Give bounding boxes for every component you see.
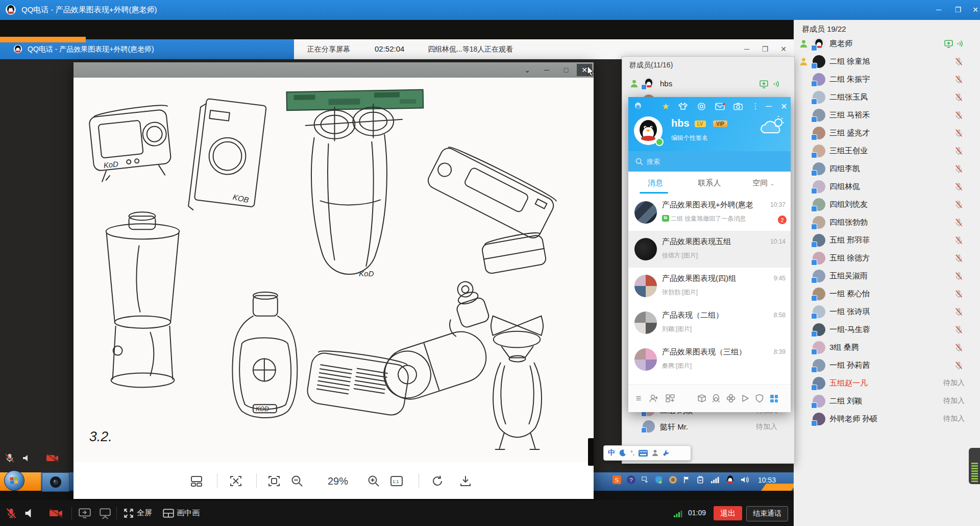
lv-badge[interactable]: LV (695, 121, 706, 127)
member-row[interactable]: 四组刘统友 (794, 196, 980, 213)
member-row[interactable]: 二组张玉凤 (794, 88, 980, 106)
avatar[interactable] (813, 37, 825, 50)
member-row[interactable]: 一组 孙莉茜 (794, 356, 980, 374)
camera-off-icon[interactable] (46, 453, 59, 465)
mail-icon[interactable] (714, 101, 725, 111)
avatar[interactable] (813, 234, 825, 247)
chat-member-row[interactable]: hbs (622, 75, 794, 92)
screen-share-icon[interactable] (78, 506, 92, 520)
mic-muted-icon[interactable] (954, 343, 964, 354)
tab-qzone[interactable]: 空间 ⌄ (737, 178, 791, 188)
mic-muted-icon[interactable] (954, 128, 964, 139)
viewer-collapse-button[interactable]: ⌄ (520, 64, 535, 76)
inner-close-button[interactable]: ✕ (776, 43, 791, 55)
taskbar-app-button[interactable] (42, 472, 69, 492)
medal-icon[interactable] (696, 101, 707, 111)
mic-muted-icon[interactable] (954, 182, 964, 193)
zoom-out-icon[interactable] (289, 473, 305, 489)
clothes-icon[interactable] (677, 101, 689, 111)
ime-keyboard-icon[interactable] (639, 450, 648, 457)
member-row[interactable]: 一组 张诗琪 (794, 303, 980, 321)
avatar[interactable] (813, 288, 825, 300)
folders-icon[interactable] (664, 393, 676, 404)
avatar[interactable] (813, 127, 825, 139)
member-row[interactable]: 3组 桑腾 (794, 339, 980, 356)
download-icon[interactable] (458, 473, 473, 489)
add-friend-icon[interactable] (648, 393, 660, 404)
mic-muted-icon[interactable] (954, 271, 964, 282)
qq-penguin-tray-icon[interactable] (726, 475, 734, 485)
avatar[interactable] (813, 73, 825, 86)
avatar[interactable] (643, 77, 655, 89)
mic-muted-icon[interactable] (954, 146, 964, 157)
qq-search-bar[interactable]: 搜索 (628, 151, 791, 172)
mic-muted-icon[interactable] (954, 110, 964, 122)
chat-member-row[interactable]: 懿轩 Mr.待加入 (622, 418, 794, 436)
mic-muted-icon[interactable] (954, 57, 964, 68)
message-list-item[interactable]: 产品效果图表现+外聘(扈老10:37二组 徐童旭撤回了一条消息2 (628, 194, 791, 231)
mic-muted-icon[interactable] (954, 218, 964, 229)
signature-edit[interactable]: 编辑个性签名 (671, 134, 708, 142)
member-row[interactable]: 一组 蔡心怡 (794, 285, 980, 303)
qq-username[interactable]: hbs (671, 117, 690, 129)
member-row[interactable]: 三组 马裕禾 (794, 106, 980, 124)
tab-contacts[interactable]: 联系人 (682, 178, 737, 188)
tab-messages[interactable]: 消息 (628, 178, 682, 188)
member-row[interactable]: 五组 邢羽菲 (794, 231, 980, 249)
avatar[interactable] (813, 305, 825, 318)
member-row[interactable]: 二组 徐童旭 (794, 53, 980, 70)
orange-sidebar-tab[interactable] (0, 37, 86, 42)
plug-tray-icon[interactable] (696, 475, 705, 484)
speaker-icon[interactable] (21, 453, 32, 465)
mic-muted-icon[interactable] (954, 92, 964, 104)
mic-icon[interactable] (4, 452, 15, 466)
member-row[interactable]: 四组李凯 (794, 160, 980, 178)
avatar[interactable] (813, 109, 825, 122)
rotate-icon[interactable] (430, 473, 445, 489)
pip-label[interactable]: 画中画 (177, 508, 200, 518)
message-list-item[interactable]: 产品效果图表现（三组）8:39桑腾:[图片] (628, 341, 791, 378)
exit-button[interactable]: 退出 (714, 506, 742, 520)
member-row[interactable]: 五组吴淑雨 (794, 267, 980, 285)
volume-tray-icon[interactable] (740, 475, 749, 484)
avatar[interactable] (813, 395, 825, 408)
message-list-item[interactable]: 产品表现（二组）8:58刘颖:[图片] (628, 304, 791, 341)
extract-text-icon[interactable] (228, 473, 243, 489)
zoom-in-icon[interactable] (366, 473, 381, 489)
mic-muted-icon[interactable] (954, 307, 964, 318)
avatar[interactable] (813, 55, 825, 68)
member-row[interactable]: 五组赵一凡待加入 (794, 374, 980, 392)
message-list-item[interactable]: 产品效果图表现五组10:14徐德方:[图片] (628, 231, 791, 268)
doodle-penguin-icon[interactable] (710, 393, 722, 404)
ime-punct-icon[interactable]: °, (630, 449, 634, 457)
user-avatar[interactable] (634, 116, 663, 145)
message-list-item[interactable]: 产品效果图表现(四)组9:45张勃勃:[图片] (628, 268, 791, 304)
mic-muted-icon[interactable] (954, 325, 964, 336)
member-row[interactable]: 二组 刘颖待加入 (794, 392, 980, 410)
fit-screen-icon[interactable] (266, 473, 282, 489)
avatar[interactable] (813, 180, 825, 193)
fullscreen-icon[interactable] (121, 506, 136, 520)
outer-maximize-button[interactable]: ❐ (950, 4, 966, 15)
camera-off-icon[interactable] (49, 506, 63, 520)
mic-muted-icon[interactable] (954, 253, 964, 265)
main-menu-icon[interactable]: ≡ (632, 393, 645, 404)
box-icon[interactable] (696, 393, 708, 404)
app-tray-icon[interactable] (669, 475, 677, 484)
member-row[interactable]: 一组-马生蓉 (794, 321, 980, 339)
clover-icon[interactable] (725, 393, 737, 404)
star-icon[interactable]: ★ (660, 101, 671, 111)
avatar[interactable] (813, 252, 825, 265)
windows-start-button[interactable] (4, 470, 24, 491)
vip-badge[interactable]: VIP (713, 121, 727, 127)
ime-person-icon[interactable] (652, 449, 658, 457)
avatar[interactable] (813, 270, 825, 282)
more-menu-icon[interactable]: ⋮ (750, 101, 761, 111)
member-row[interactable]: 扈老师 (794, 35, 980, 53)
taskbar-clock[interactable]: 10:53 (758, 476, 776, 484)
member-row[interactable]: 三组王创业 (794, 142, 980, 160)
mic-muted-icon[interactable] (4, 506, 18, 520)
qq-close-button[interactable]: ✕ (778, 101, 790, 111)
mic-muted-icon[interactable] (954, 289, 964, 300)
avatar[interactable] (813, 145, 825, 157)
